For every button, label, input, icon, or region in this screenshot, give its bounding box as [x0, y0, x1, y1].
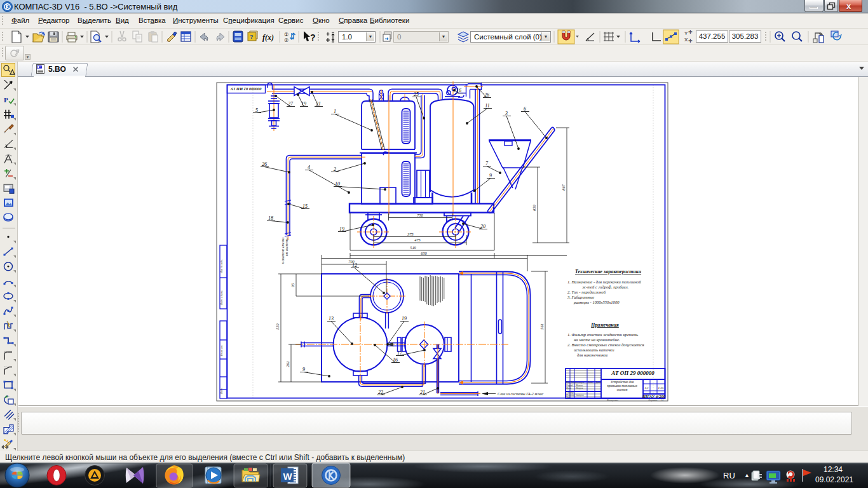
svg-text:W: W — [283, 471, 293, 482]
svg-text:f(x): f(x) — [262, 33, 274, 42]
svg-text:систем: систем — [617, 388, 628, 391]
svg-text:21: 21 — [420, 390, 425, 395]
svg-text:1:1: 1:1 — [644, 386, 649, 390]
svg-text:№ докум.: № докум. — [575, 381, 585, 384]
svg-text:11: 11 — [485, 103, 489, 109]
svg-text:9: 9 — [489, 173, 492, 179]
svg-text:21: 21 — [316, 101, 321, 107]
svg-text:550: 550 — [275, 323, 280, 329]
svg-text:475: 475 — [414, 238, 420, 242]
svg-text:?: ? — [310, 32, 316, 43]
svg-text:?: ? — [250, 34, 254, 40]
svg-text:Подп.: Подп. — [587, 381, 593, 384]
svg-text:размеры - 1000х550х1000: размеры - 1000х550х1000 — [573, 300, 620, 304]
svg-text:Петров: Петров — [575, 387, 583, 390]
svg-text:650: 650 — [421, 251, 427, 255]
svg-text:Взам. инв.: Взам. инв. — [220, 345, 223, 356]
svg-text:Пров.: Пров. — [566, 387, 572, 390]
svg-text:375: 375 — [407, 232, 413, 236]
svg-text:2. Тип - передвижн: 2. Тип - передвижной — [567, 290, 606, 294]
svg-text:26: 26 — [262, 161, 267, 167]
svg-text:Копировал: Копировал — [606, 398, 618, 402]
svg-text:867: 867 — [561, 184, 566, 190]
svg-text:2. Вместо смотровых стекол доп: 2. Вместо смотровых стекол допускается — [567, 342, 644, 347]
svg-text:549: 549 — [410, 245, 416, 250]
svg-text:✛: ✛ — [688, 29, 693, 35]
svg-text:4: 4 — [308, 165, 310, 170]
svg-text:Технические характеристики: Технические характеристики — [575, 269, 642, 274]
svg-text:12: 12 — [352, 262, 357, 268]
svg-text:Слив из системы ГА-2 м/час: Слив из системы ГА-2 м/час — [498, 392, 544, 396]
svg-text:Р: Р — [4, 96, 8, 104]
svg-text:19: 19 — [339, 226, 344, 232]
svg-text:13: 13 — [329, 316, 334, 322]
svg-text:18: 18 — [268, 215, 273, 221]
svg-text:17: 17 — [397, 350, 403, 356]
svg-text:А1: А1 — [660, 398, 663, 402]
svg-text:на месте на кронштейне.: на месте на кронштейне. — [574, 337, 620, 342]
svg-text:Подп. и дата: Подп. и дата — [220, 290, 223, 306]
svg-text:Подп.: Подп. — [220, 388, 223, 395]
svg-text:3: 3 — [505, 111, 508, 116]
svg-text:1. Фильтр очистки жидкости кре: 1. Фильтр очистки жидкости крепить — [567, 332, 638, 337]
svg-text:6: 6 — [524, 106, 526, 112]
svg-text:Дата: Дата — [595, 381, 602, 384]
svg-text:①: ① — [284, 32, 288, 37]
svg-text:②: ② — [284, 37, 288, 43]
svg-text:16: 16 — [456, 88, 461, 93]
svg-text:Сидоров: Сидоров — [576, 394, 584, 396]
svg-text:19: 19 — [301, 101, 306, 107]
svg-text:Утв.: Утв. — [566, 396, 571, 399]
svg-text:5: 5 — [255, 107, 258, 113]
svg-text:15: 15 — [302, 203, 308, 209]
svg-text:1: 1 — [334, 109, 336, 114]
svg-text:✛: ✛ — [688, 38, 693, 44]
svg-text:850: 850 — [532, 204, 536, 210]
svg-text:16: 16 — [393, 357, 398, 363]
svg-text:АТ ОП 29 000000: АТ ОП 29 000000 — [611, 370, 654, 376]
svg-text:Инв. № подл.: Инв. № подл. — [220, 259, 223, 274]
svg-text:750: 750 — [417, 213, 423, 217]
svg-text:561: 561 — [539, 323, 544, 329]
svg-text:000000 62 ИП 1У: 000000 62 ИП 1У — [229, 87, 261, 92]
svg-text:Изм: Изм — [566, 381, 571, 384]
svg-text:95: 95 — [290, 283, 295, 287]
svg-text:3. Габаритные: 3. Габаритные — [567, 295, 594, 299]
svg-text:ж-тей с гидроф. прибавл.: ж-тей с гидроф. прибавл. — [582, 285, 629, 289]
svg-text:Примечания: Примечания — [590, 322, 619, 328]
svg-text:от системы: от системы — [285, 238, 288, 257]
svg-text:25: 25 — [414, 92, 419, 97]
svg-text:ШГАУ 6/200: ШГАУ 6/200 — [642, 394, 666, 398]
svg-text:27: 27 — [288, 101, 294, 107]
svg-text:1:25: 1:25 — [658, 386, 664, 390]
svg-text:19: 19 — [402, 316, 407, 322]
svg-text:22: 22 — [378, 390, 383, 395]
svg-text:1. Назначение - для перекачки: 1. Назначение - для перекачки топливной — [567, 280, 641, 284]
svg-text:2: 2 — [334, 166, 336, 172]
svg-text:использовать каточки: использовать каточки — [574, 348, 614, 352]
svg-text:261: 261 — [285, 361, 290, 367]
svg-text:для наконечников: для наконечников — [577, 353, 608, 357]
svg-text:9: 9 — [302, 367, 305, 372]
svg-text:20: 20 — [480, 224, 485, 229]
svg-text:Формат: Формат — [648, 398, 658, 402]
svg-text:26: 26 — [484, 92, 489, 98]
